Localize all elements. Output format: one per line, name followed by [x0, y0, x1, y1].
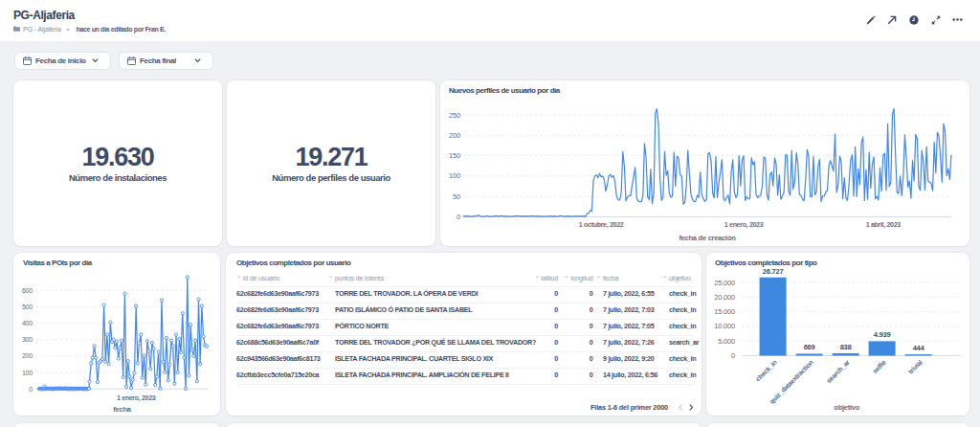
data-point-marker	[119, 347, 122, 349]
column-header-id-de-usuario[interactable]: ⌃id de usuario	[236, 275, 279, 282]
line-chart-nuevos-perfiles[interactable]: 0501001502002501 octubre, 20221 enero, 2…	[440, 80, 969, 246]
data-point-marker	[199, 362, 202, 365]
data-point-marker	[88, 380, 91, 383]
data-point-marker	[122, 375, 124, 378]
bar-value-label: 669	[804, 343, 815, 351]
table-cell: 0	[554, 306, 558, 314]
bar-chart-objetivos-tipo[interactable]: 05.00010.00015.00020.00025.00026.727chec…	[706, 253, 969, 416]
breadcrumb-report-name[interactable]: PG - Aljaferia	[23, 26, 61, 33]
icon-shape	[867, 15, 876, 24]
data-point-marker	[190, 348, 193, 351]
table-cell: ISLETA FACHADA PRINCIPAL. AMPLIACIÓN DE …	[335, 371, 509, 379]
data-point-marker	[165, 336, 167, 339]
pagination-prev-button[interactable]	[676, 401, 686, 413]
icon-shape	[956, 18, 959, 21]
y-axis-tick-label: 200	[449, 131, 460, 140]
data-freshness-button[interactable]	[903, 10, 924, 30]
calendar-icon	[127, 56, 136, 65]
sort-caret-icon: ⌃	[662, 276, 667, 281]
scorecard-label: Número de perfiles de usuario	[227, 173, 435, 183]
column-header-puntos-de-interés[interactable]: ⌃puntos de interés	[328, 275, 384, 282]
calendar-icon	[23, 56, 32, 65]
sort-caret-icon: ⌃	[596, 276, 601, 281]
bar-quiz_dataextraction[interactable]	[796, 353, 823, 355]
data-point-marker	[143, 354, 145, 357]
bar-selfie[interactable]	[869, 341, 896, 355]
column-header-fecha[interactable]: ⌃fecha	[596, 275, 618, 282]
more-options-button[interactable]	[947, 10, 968, 30]
data-point-marker	[105, 333, 108, 336]
data-point-marker	[107, 363, 110, 366]
data-point-marker	[87, 387, 90, 390]
data-point-marker	[90, 362, 93, 365]
y-axis-tick-label: 20.000	[714, 293, 735, 302]
edit-button[interactable]	[860, 10, 881, 30]
data-point-marker	[195, 380, 198, 383]
data-point-marker	[197, 298, 200, 301]
y-axis-tick-label: 300	[22, 336, 33, 343]
table-cell: check_in	[669, 306, 696, 314]
y-axis-tick-label: 250	[449, 111, 460, 120]
data-point-marker	[123, 292, 126, 295]
table-cell: 7 julio, 2022, 7:05	[603, 323, 654, 330]
bar-value-label: 4.939	[874, 330, 891, 339]
column-header-latitud[interactable]: ⌃latitud	[534, 275, 558, 282]
table-cell: PATIO ISLÁMICO Ó PATIO DE SANTA ISABEL	[335, 306, 472, 314]
x-axis-tick-label: 1 enero, 2023	[117, 394, 156, 402]
end-date-filter[interactable]: Fecha final	[119, 52, 213, 70]
share-button[interactable]	[882, 10, 903, 30]
table-cell: 0	[590, 323, 593, 330]
column-header-longitud[interactable]: ⌃longitud	[564, 275, 592, 282]
y-axis-tick-label: 400	[22, 320, 33, 326]
data-point-marker	[192, 354, 195, 357]
x-axis-tick-label: 1 octubre, 2022	[579, 221, 624, 229]
fullscreen-button[interactable]	[925, 10, 947, 30]
data-point-marker	[167, 379, 169, 382]
table-cell: 0	[590, 290, 593, 298]
table-cell: 0	[590, 306, 593, 314]
bar-trivial[interactable]	[905, 354, 932, 355]
icon-shape	[195, 59, 200, 62]
report-header: PG-Aljaferia PG - Aljaferia • hace un dí…	[0, 0, 980, 41]
bar-search_ar[interactable]	[833, 353, 859, 356]
y-axis-tick-label: 100	[22, 370, 33, 376]
chevron-right-icon	[689, 404, 694, 411]
data-point-marker	[145, 383, 147, 386]
table-cell: 9 julio, 2022, 9:20	[603, 355, 654, 363]
partial-card	[226, 423, 702, 427]
data-point-marker	[205, 345, 208, 348]
chart-card-nuevos-perfiles: Nuevos perfiles de usuario por día 05010…	[440, 80, 969, 246]
line-chart-visitas-pois[interactable]: 01002003004005006001 enero, 2023fecha	[13, 253, 220, 416]
row-separator	[236, 384, 694, 385]
column-header-label: id de usuario	[243, 275, 279, 281]
data-point-marker	[96, 380, 99, 383]
y-axis-tick-label: 0	[29, 386, 33, 393]
data-point-marker	[140, 333, 143, 336]
data-point-marker	[157, 350, 160, 353]
y-axis-tick-label: 200	[22, 352, 33, 359]
table-cell: 0	[590, 339, 593, 347]
data-point-marker	[154, 383, 157, 386]
data-point-marker	[128, 375, 131, 378]
data-point-marker	[138, 342, 141, 345]
y-axis-tick-label: 150	[449, 151, 460, 160]
scorecard-value: 19.630	[13, 145, 222, 170]
data-point-marker	[149, 368, 152, 371]
scorecard-value: 19.271	[227, 145, 435, 170]
data-point-marker	[135, 304, 138, 307]
column-header-objetivo[interactable]: ⌃objetivo	[662, 275, 691, 282]
table-cell: search_ar	[669, 339, 699, 347]
row-separator	[236, 303, 694, 303]
pagination-next-button[interactable]	[686, 401, 697, 413]
table-cell: 0	[554, 323, 558, 330]
breadcrumb: PG - Aljaferia • hace un día editado por…	[13, 24, 166, 34]
table-cell: PÓRTICO NORTE	[335, 323, 389, 330]
table-cell: check_in	[669, 371, 696, 379]
data-point-marker	[130, 387, 133, 390]
bar-check_in[interactable]	[760, 278, 787, 356]
icon-shape	[127, 57, 135, 64]
start-date-filter[interactable]: Fecha de inicio	[14, 52, 111, 70]
icon-shape	[889, 17, 896, 24]
icon-shape	[690, 404, 693, 410]
series-line	[463, 109, 951, 216]
